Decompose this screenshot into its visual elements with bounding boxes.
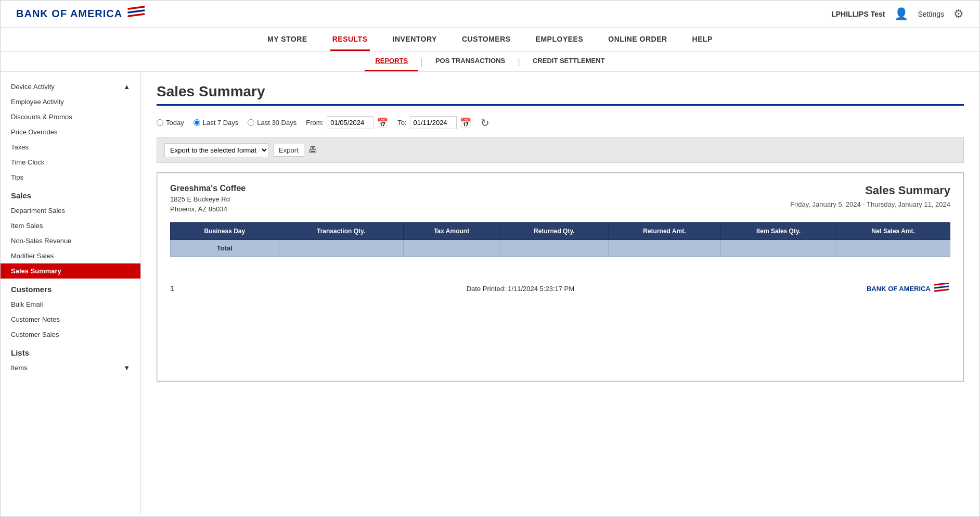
export-format-select[interactable]: Export to the selected format <box>164 143 269 157</box>
to-date-input[interactable] <box>410 116 457 129</box>
total-cell: Total <box>171 240 279 257</box>
from-calendar-icon[interactable]: 📅 <box>377 117 388 129</box>
nav-item-help[interactable]: HELP <box>690 28 715 51</box>
report-footer: 1 Date Printed: 1/11/2024 5:23:17 PM BAN… <box>170 278 950 294</box>
sidebar-item-employee-activity[interactable]: Employee Activity <box>1 94 140 109</box>
filter-row: Today Last 7 Days Last 30 Days From: 📅 T… <box>157 116 964 129</box>
last30-radio-label[interactable]: Last 30 Days <box>248 119 296 127</box>
sidebar-item-sales-summary[interactable]: Sales Summary <box>1 263 140 279</box>
sidebar-item-items[interactable]: Items ▼ <box>1 360 140 375</box>
sidebar-item-device-activity[interactable]: Device Activity ▲ <box>1 79 140 94</box>
sidebar-item-non-sales-revenue[interactable]: Non-Sales Revenue <box>1 233 140 248</box>
sub-nav-divider1: | <box>418 56 425 67</box>
svg-line-5 <box>935 289 948 291</box>
nav-item-my-store[interactable]: MY STORE <box>265 28 310 51</box>
person-icon[interactable]: 👤 <box>894 7 908 21</box>
nav-item-results[interactable]: RESULTS <box>330 28 370 51</box>
main-nav: MY STORE RESULTS INVENTORY CUSTOMERS EMP… <box>1 28 979 52</box>
sub-nav-credit-settlement[interactable]: CREDIT SETTLEMENT <box>522 52 615 71</box>
date-printed-value: 1/11/2024 5:23:17 PM <box>508 285 574 293</box>
total-net-sales-amt <box>836 240 950 257</box>
total-item-sales-qty <box>720 240 836 257</box>
refresh-icon[interactable]: ↻ <box>481 117 489 129</box>
page-number: 1 <box>170 284 174 293</box>
last7-radio-label[interactable]: Last 7 Days <box>194 119 239 127</box>
last30-label: Last 30 Days <box>257 119 296 127</box>
report-date-range: Friday, January 5, 2024 - Thursday, Janu… <box>790 200 950 208</box>
header: BANK OF AMERICA LPHILLIPS Test 👤 Setting… <box>1 1 979 28</box>
col-header-item-sales-qty: Item Sales Qty. <box>720 223 836 240</box>
svg-line-4 <box>935 286 948 288</box>
export-row: Export to the selected format Export 🖶 <box>157 137 964 163</box>
report-table: Business Day Transaction Qty. Tax Amount… <box>170 222 950 257</box>
to-calendar-icon[interactable]: 📅 <box>460 117 471 129</box>
sidebar-item-taxes[interactable]: Taxes <box>1 140 140 155</box>
business-name: Greeshma's Coffee <box>170 184 246 193</box>
sidebar-item-item-sales[interactable]: Item Sales <box>1 218 140 233</box>
page-title: Sales Summary <box>157 83 964 100</box>
sidebar-item-price-overrides[interactable]: Price Overrides <box>1 124 140 140</box>
header-right: LPHILLIPS Test 👤 Settings ⚙ <box>831 7 964 21</box>
main-panel: Sales Summary Today Last 7 Days Last 30 … <box>141 72 979 514</box>
from-date-input[interactable] <box>327 116 373 129</box>
date-printed: Date Printed: 1/11/2024 5:23:17 PM <box>467 285 574 293</box>
last7-radio[interactable] <box>194 119 200 126</box>
total-returned-amt <box>608 240 720 257</box>
report-title-text: Sales Summary <box>790 184 950 197</box>
content-area: Device Activity ▲ Employee Activity Disc… <box>1 72 979 514</box>
sub-nav-reports[interactable]: REPORTS <box>365 52 418 71</box>
sidebar-item-customer-sales[interactable]: Customer Sales <box>1 327 140 342</box>
footer-boa-flag-icon <box>934 283 950 294</box>
logo-text: BANK OF AMERICA <box>16 8 122 20</box>
report-business-info: Greeshma's Coffee 1825 E Buckeye Rd Phoe… <box>170 184 246 213</box>
date-range-to: To: 📅 <box>397 116 471 129</box>
col-header-net-sales-amt: Net Sales Amt. <box>836 223 950 240</box>
boa-flag-icon <box>126 6 146 22</box>
address-line1: 1825 E Buckeye Rd <box>170 195 246 203</box>
logo-area: BANK OF AMERICA <box>16 6 146 22</box>
gear-icon[interactable]: ⚙ <box>953 7 964 21</box>
svg-line-1 <box>128 10 144 12</box>
export-button[interactable]: Export <box>273 144 304 157</box>
sidebar-item-bulk-email[interactable]: Bulk Email <box>1 297 140 312</box>
page-wrapper: BANK OF AMERICA LPHILLIPS Test 👤 Setting… <box>0 0 980 517</box>
today-radio[interactable] <box>157 119 163 126</box>
sidebar-item-customer-notes[interactable]: Customer Notes <box>1 312 140 327</box>
nav-item-online-order[interactable]: ONLINE ORDER <box>606 28 669 51</box>
last7-label: Last 7 Days <box>203 119 239 127</box>
col-header-returned-qty: Returned Qty. <box>500 223 608 240</box>
report-scrollable-area[interactable]: Greeshma's Coffee 1825 E Buckeye Rd Phoe… <box>157 172 964 382</box>
footer-logo-area: BANK OF AMERICA <box>867 283 950 294</box>
settings-label[interactable]: Settings <box>918 10 944 18</box>
svg-line-3 <box>935 283 948 285</box>
sidebar-item-modifier-sales[interactable]: Modifier Sales <box>1 248 140 263</box>
sub-nav-divider2: | <box>515 56 522 67</box>
sidebar-item-tips[interactable]: Tips <box>1 170 140 185</box>
nav-item-customers[interactable]: CUSTOMERS <box>460 28 513 51</box>
today-radio-label[interactable]: Today <box>157 119 184 127</box>
address-line2: Phoenix, AZ 85034 <box>170 205 246 213</box>
sidebar-item-department-sales[interactable]: Department Sales <box>1 203 140 218</box>
svg-line-0 <box>128 7 144 9</box>
sub-nav-pos-transactions[interactable]: POS TRANSACTIONS <box>425 52 515 71</box>
col-header-business-day: Business Day <box>171 223 279 240</box>
date-printed-label: Date Printed: <box>467 285 506 293</box>
print-icon[interactable]: 🖶 <box>308 145 318 156</box>
sidebar-item-discounts-promos[interactable]: Discounts & Promos <box>1 109 140 124</box>
col-header-transaction-qty: Transaction Qty. <box>279 223 403 240</box>
to-label: To: <box>397 119 406 127</box>
sub-nav: REPORTS | POS TRANSACTIONS | CREDIT SETT… <box>1 52 979 72</box>
sidebar-item-time-clock[interactable]: Time Clock <box>1 155 140 170</box>
nav-item-employees[interactable]: EMPLOYEES <box>534 28 586 51</box>
sidebar-section-sales: Sales <box>1 185 140 203</box>
chevron-down-icon: ▼ <box>123 364 130 372</box>
sidebar-section-customers: Customers <box>1 279 140 297</box>
last30-radio[interactable] <box>248 119 254 126</box>
title-divider <box>157 104 964 106</box>
nav-item-inventory[interactable]: INVENTORY <box>391 28 439 51</box>
report-title-right: Sales Summary Friday, January 5, 2024 - … <box>790 184 950 208</box>
svg-line-2 <box>128 14 144 16</box>
table-row-total: Total <box>171 240 950 257</box>
total-tax-amount <box>403 240 500 257</box>
date-range-from: From: 📅 <box>306 116 388 129</box>
